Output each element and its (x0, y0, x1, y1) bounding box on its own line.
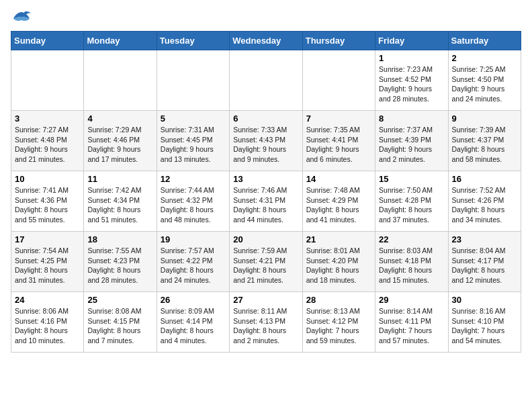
calendar-cell: 28Sunrise: 8:13 AM Sunset: 4:12 PM Dayli… (302, 292, 375, 353)
day-number: 1 (379, 53, 444, 63)
calendar-cell: 15Sunrise: 7:50 AM Sunset: 4:28 PM Dayli… (375, 171, 448, 232)
weekday-header-wednesday: Wednesday (230, 32, 302, 50)
day-number: 21 (306, 234, 371, 244)
calendar-cell: 6Sunrise: 7:33 AM Sunset: 4:43 PM Daylig… (230, 111, 302, 171)
day-number: 27 (233, 295, 298, 305)
weekday-header-friday: Friday (375, 32, 448, 50)
day-number: 28 (306, 295, 371, 305)
calendar-cell (230, 50, 302, 111)
day-info: Sunrise: 8:09 AM Sunset: 4:14 PM Dayligh… (161, 306, 226, 346)
calendar-cell: 30Sunrise: 8:16 AM Sunset: 4:10 PM Dayli… (448, 292, 521, 353)
day-info: Sunrise: 8:14 AM Sunset: 4:11 PM Dayligh… (379, 306, 444, 346)
day-info: Sunrise: 7:31 AM Sunset: 4:45 PM Dayligh… (161, 125, 226, 165)
day-number: 22 (379, 234, 444, 244)
day-info: Sunrise: 8:16 AM Sunset: 4:10 PM Dayligh… (452, 306, 517, 346)
calendar-cell: 17Sunrise: 7:54 AM Sunset: 4:25 PM Dayli… (11, 232, 84, 292)
calendar-cell: 11Sunrise: 7:42 AM Sunset: 4:34 PM Dayli… (84, 171, 157, 232)
day-number: 9 (452, 113, 517, 124)
day-number: 3 (15, 113, 80, 124)
day-info: Sunrise: 7:42 AM Sunset: 4:34 PM Dayligh… (87, 185, 152, 225)
day-number: 8 (379, 113, 444, 124)
calendar-cell (302, 50, 375, 111)
weekday-header-row: SundayMondayTuesdayWednesdayThursdayFrid… (11, 32, 521, 50)
day-number: 13 (233, 174, 298, 184)
calendar-cell: 24Sunrise: 8:06 AM Sunset: 4:16 PM Dayli… (11, 292, 84, 353)
day-info: Sunrise: 7:41 AM Sunset: 4:36 PM Dayligh… (15, 185, 80, 225)
calendar-cell (84, 50, 157, 111)
day-info: Sunrise: 7:50 AM Sunset: 4:28 PM Dayligh… (379, 185, 444, 225)
day-number: 24 (15, 295, 80, 305)
calendar-cell: 4Sunrise: 7:29 AM Sunset: 4:46 PM Daylig… (84, 111, 157, 171)
day-info: Sunrise: 7:37 AM Sunset: 4:39 PM Dayligh… (379, 125, 444, 165)
day-info: Sunrise: 7:33 AM Sunset: 4:43 PM Dayligh… (233, 125, 298, 165)
day-info: Sunrise: 7:59 AM Sunset: 4:21 PM Dayligh… (233, 246, 298, 285)
weekday-header-tuesday: Tuesday (157, 32, 229, 50)
calendar-week-row: 24Sunrise: 8:06 AM Sunset: 4:16 PM Dayli… (11, 292, 521, 353)
day-info: Sunrise: 7:23 AM Sunset: 4:52 PM Dayligh… (379, 64, 444, 104)
day-info: Sunrise: 8:03 AM Sunset: 4:18 PM Dayligh… (379, 246, 444, 285)
calendar-cell: 3Sunrise: 7:27 AM Sunset: 4:48 PM Daylig… (11, 111, 84, 171)
calendar-cell: 27Sunrise: 8:11 AM Sunset: 4:13 PM Dayli… (230, 292, 302, 353)
calendar-cell: 18Sunrise: 7:55 AM Sunset: 4:23 PM Dayli… (84, 232, 157, 292)
day-number: 5 (161, 113, 226, 124)
weekday-header-monday: Monday (84, 32, 157, 50)
calendar-cell (157, 50, 229, 111)
calendar-cell: 2Sunrise: 7:25 AM Sunset: 4:50 PM Daylig… (448, 50, 521, 111)
logo (11, 11, 31, 26)
day-info: Sunrise: 7:46 AM Sunset: 4:31 PM Dayligh… (233, 185, 298, 225)
day-info: Sunrise: 7:27 AM Sunset: 4:48 PM Dayligh… (15, 125, 80, 165)
day-info: Sunrise: 7:52 AM Sunset: 4:26 PM Dayligh… (452, 185, 517, 225)
calendar-cell: 16Sunrise: 7:52 AM Sunset: 4:26 PM Dayli… (448, 171, 521, 232)
calendar-week-row: 10Sunrise: 7:41 AM Sunset: 4:36 PM Dayli… (11, 171, 521, 232)
day-number: 26 (161, 295, 226, 305)
day-number: 30 (452, 295, 517, 305)
day-number: 20 (233, 234, 298, 244)
day-number: 2 (452, 53, 517, 63)
calendar-cell: 25Sunrise: 8:08 AM Sunset: 4:15 PM Dayli… (84, 292, 157, 353)
calendar-week-row: 17Sunrise: 7:54 AM Sunset: 4:25 PM Dayli… (11, 232, 521, 292)
calendar-cell: 26Sunrise: 8:09 AM Sunset: 4:14 PM Dayli… (157, 292, 229, 353)
calendar-cell: 13Sunrise: 7:46 AM Sunset: 4:31 PM Dayli… (230, 171, 302, 232)
day-number: 7 (306, 113, 371, 124)
day-number: 25 (87, 295, 152, 305)
day-number: 10 (15, 174, 80, 184)
calendar-cell: 7Sunrise: 7:35 AM Sunset: 4:41 PM Daylig… (302, 111, 375, 171)
logo-bird-icon (12, 11, 31, 26)
day-number: 15 (379, 174, 444, 184)
calendar-week-row: 1Sunrise: 7:23 AM Sunset: 4:52 PM Daylig… (11, 50, 521, 111)
day-info: Sunrise: 7:39 AM Sunset: 4:37 PM Dayligh… (452, 125, 517, 165)
day-info: Sunrise: 8:13 AM Sunset: 4:12 PM Dayligh… (306, 306, 371, 346)
day-info: Sunrise: 8:11 AM Sunset: 4:13 PM Dayligh… (233, 306, 298, 346)
calendar-cell: 14Sunrise: 7:48 AM Sunset: 4:29 PM Dayli… (302, 171, 375, 232)
calendar-cell: 8Sunrise: 7:37 AM Sunset: 4:39 PM Daylig… (375, 111, 448, 171)
calendar-cell (11, 50, 84, 111)
day-info: Sunrise: 8:08 AM Sunset: 4:15 PM Dayligh… (87, 306, 152, 346)
day-number: 4 (87, 113, 152, 124)
calendar-cell: 20Sunrise: 7:59 AM Sunset: 4:21 PM Dayli… (230, 232, 302, 292)
day-number: 6 (233, 113, 298, 124)
day-info: Sunrise: 7:57 AM Sunset: 4:22 PM Dayligh… (161, 246, 226, 285)
calendar-cell: 19Sunrise: 7:57 AM Sunset: 4:22 PM Dayli… (157, 232, 229, 292)
calendar-cell: 12Sunrise: 7:44 AM Sunset: 4:32 PM Dayli… (157, 171, 229, 232)
day-number: 23 (452, 234, 517, 244)
weekday-header-saturday: Saturday (448, 32, 521, 50)
day-info: Sunrise: 7:35 AM Sunset: 4:41 PM Dayligh… (306, 125, 371, 165)
calendar-cell: 9Sunrise: 7:39 AM Sunset: 4:37 PM Daylig… (448, 111, 521, 171)
day-info: Sunrise: 8:04 AM Sunset: 4:17 PM Dayligh… (452, 246, 517, 285)
day-info: Sunrise: 7:25 AM Sunset: 4:50 PM Dayligh… (452, 64, 517, 104)
day-number: 17 (15, 234, 80, 244)
day-number: 29 (379, 295, 444, 305)
calendar-cell: 23Sunrise: 8:04 AM Sunset: 4:17 PM Dayli… (448, 232, 521, 292)
weekday-header-sunday: Sunday (11, 32, 84, 50)
day-info: Sunrise: 7:55 AM Sunset: 4:23 PM Dayligh… (87, 246, 152, 285)
calendar-week-row: 3Sunrise: 7:27 AM Sunset: 4:48 PM Daylig… (11, 111, 521, 171)
calendar-cell: 1Sunrise: 7:23 AM Sunset: 4:52 PM Daylig… (375, 50, 448, 111)
day-info: Sunrise: 7:48 AM Sunset: 4:29 PM Dayligh… (306, 185, 371, 225)
header-section (11, 11, 521, 26)
day-number: 14 (306, 174, 371, 184)
calendar-cell: 5Sunrise: 7:31 AM Sunset: 4:45 PM Daylig… (157, 111, 229, 171)
day-number: 16 (452, 174, 517, 184)
day-number: 19 (161, 234, 226, 244)
weekday-header-thursday: Thursday (302, 32, 375, 50)
calendar-cell: 10Sunrise: 7:41 AM Sunset: 4:36 PM Dayli… (11, 171, 84, 232)
